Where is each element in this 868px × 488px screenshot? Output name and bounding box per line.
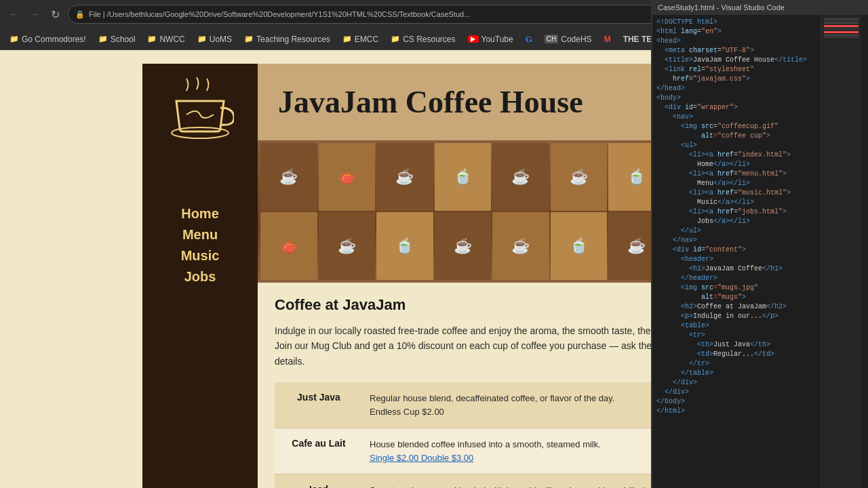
bookmark-label: Teaching Resources [256, 35, 330, 44]
site-sidebar: Home Menu Music Jobs [142, 64, 258, 488]
mug-slot: 🫖 [319, 143, 376, 211]
back-button[interactable] [5, 5, 23, 23]
mug-slot: ☕ [492, 143, 549, 211]
bookmark-label: EMCC [355, 35, 378, 44]
mug-slot: ☕ [376, 143, 433, 211]
forward-button[interactable] [26, 5, 43, 23]
site-title: JavaJam Coffee House [278, 84, 583, 120]
mug-slot: 🫖 [260, 212, 317, 280]
bookmark-teaching[interactable]: Teaching Resources [239, 33, 336, 46]
menu-row-cafe-au-lait: Cafe au Lait House blended coffee infuse… [275, 428, 709, 474]
vscode-title: CaseStudy1.html - Visual Studio Code [658, 3, 785, 12]
minimap-error-2 [824, 31, 859, 33]
nav-music[interactable]: Music [181, 248, 220, 264]
bookmark-label: School [111, 35, 136, 44]
gmail-icon: M [604, 35, 611, 44]
youtube-icon [468, 35, 479, 43]
bookmark-gmail[interactable]: M [599, 33, 616, 46]
bookmark-label: YouTube [481, 35, 513, 44]
reload-button[interactable] [46, 5, 64, 23]
coffee-cup-svg [166, 77, 234, 145]
mug-slot: 🍵 [435, 143, 492, 211]
bookmark-label: UoMS [210, 35, 232, 44]
bookmark-label: Go Commodores! [22, 35, 86, 44]
bookmark-label: NWCC [159, 35, 184, 44]
folder-icon [9, 35, 19, 44]
coffee-intro: Indulge in our locally roasted free-trad… [275, 323, 709, 369]
google-icon: G [526, 34, 532, 45]
vscode-titlebar: CaseStudy1.html - Visual Studio Code [652, 0, 868, 15]
bookmark-uoms[interactable]: UoMS [192, 33, 237, 46]
mug-slot: ☕ [551, 143, 608, 211]
mug-slot: ☕ [435, 212, 492, 280]
coffee-menu-table: Just Java Regular house blend, decaffein… [275, 382, 709, 488]
website-wrapper: Home Menu Music Jobs JavaJam Coffee Hous… [142, 64, 726, 488]
mug-slot: ☕ [319, 212, 376, 280]
nav-menu[interactable]: Menu [182, 227, 218, 243]
iced-cappuccino-label: IcedCappuccino [292, 484, 346, 488]
folder-icon [244, 35, 254, 44]
coffee-logo [159, 70, 241, 152]
cafe-au-lait-price: Single $2.00 Double $3.00 [370, 453, 473, 463]
minimap-error-1 [824, 25, 859, 27]
nav-jobs[interactable]: Jobs [184, 269, 216, 285]
vscode-panel: CaseStudy1.html - Visual Studio Code <!D… [651, 0, 868, 488]
folder-icon [147, 35, 157, 44]
page-area: Home Menu Music Jobs JavaJam Coffee Hous… [0, 50, 868, 488]
reload-icon [51, 8, 60, 21]
svg-point-0 [172, 127, 229, 138]
codehs-icon: CH [545, 35, 558, 43]
mug-slot: 🍵 [376, 212, 433, 280]
address-text: File | /Users/bethlucas/Google%20Drive/S… [89, 10, 470, 18]
bookmark-go-commodores[interactable]: Go Commodores! [4, 33, 92, 46]
mug-slot: ☕ [492, 212, 549, 280]
folder-icon [391, 35, 400, 44]
back-icon [9, 8, 20, 20]
forward-icon [29, 8, 40, 20]
folder-icon [197, 35, 207, 44]
bookmark-label: CodeHS [561, 35, 591, 44]
bookmark-cs-resources[interactable]: CS Resources [385, 33, 460, 46]
scrollbar-thumb [651, 84, 652, 138]
bookmark-g-logo[interactable]: G [520, 32, 538, 47]
vscode-minimap [821, 15, 861, 488]
nav-home[interactable]: Home [181, 206, 219, 222]
menu-item-name-1: Cafe au Lait [275, 428, 363, 474]
menu-item-name-2: IcedCappuccino [275, 474, 363, 488]
menu-item-name-0: Just Java [275, 382, 363, 428]
mug-slot: 🍵 [551, 212, 608, 280]
folder-icon [98, 35, 108, 44]
bookmark-youtube[interactable]: YouTube [462, 33, 519, 46]
bookmark-label: CS Resources [403, 35, 455, 44]
menu-row-iced-cappuccino: IcedCappuccino Sweetened espresso blende… [275, 474, 709, 488]
bookmark-emcc[interactable]: EMCC [337, 33, 384, 46]
browser-window: File | /Users/bethlucas/Google%20Drive/S… [0, 0, 868, 488]
bookmark-school[interactable]: School [93, 33, 141, 46]
lock-icon [75, 9, 85, 19]
bookmark-codehs[interactable]: CH CodeHS [539, 33, 597, 46]
site-nav: Home Menu Music Jobs [181, 206, 220, 285]
coffee-section-title: Coffee at JavaJam [275, 296, 709, 314]
mug-slot: ☕ [260, 143, 317, 211]
nav-buttons [5, 5, 64, 23]
menu-row-just-java: Just Java Regular house blend, decaffein… [275, 382, 709, 428]
folder-icon [342, 35, 352, 44]
bookmark-nwcc[interactable]: NWCC [142, 33, 190, 46]
